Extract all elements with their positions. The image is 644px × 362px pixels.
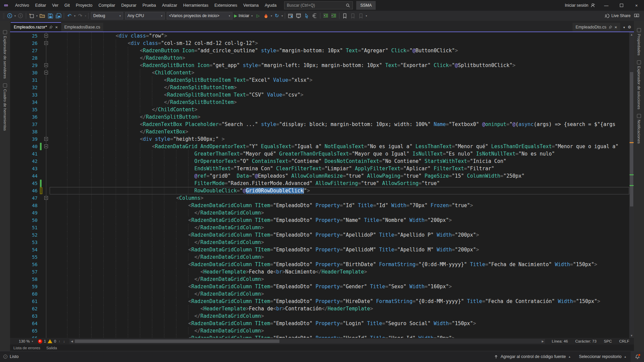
code-text[interactable]: </RadzenTextBox>	[50, 128, 629, 135]
solution-platform-dropdown[interactable]: Any CPU▾	[125, 12, 165, 19]
code-line-35[interactable]: 35 </ChildContent>	[10, 106, 629, 113]
code-line-54[interactable]: 54 <RadzenDataGridColumn TItem="Empleado…	[10, 246, 629, 253]
save-button[interactable]	[46, 12, 54, 20]
find-in-files-button[interactable]	[286, 12, 294, 20]
fold-collapse-icon[interactable]	[44, 71, 48, 74]
minimize-button[interactable]: —	[599, 0, 614, 11]
code-text[interactable]: <RadzenTextBox Placeholder="Search ..." …	[50, 121, 629, 128]
startup-project-dropdown[interactable]: <Varios proyectos de inicio>▾	[167, 12, 232, 19]
code-line-41[interactable]: 41 GreaterThanText="Mayor qué" GreaterTh…	[10, 150, 629, 158]
code-text[interactable]: <HeaderTemplate>Fecha de<br>Contratación…	[50, 305, 629, 312]
next-issue-icon[interactable]: ↓	[62, 340, 65, 343]
horizontal-scrollbar[interactable]: ◀ ▶	[69, 339, 545, 344]
code-text[interactable]: </RadzenDataGridColumn>	[50, 312, 629, 320]
side-tab-properties[interactable]: Propiedades	[637, 28, 641, 56]
code-text[interactable]: </RadzenDataGridColumn>	[50, 253, 629, 261]
document-health-indicator[interactable]: ✕ 1 0 ↑ ↓	[36, 339, 68, 344]
menu-analizar[interactable]: Analizar	[159, 0, 180, 11]
previous-issue-icon[interactable]: ↑	[58, 340, 61, 343]
code-line-58[interactable]: 58 </RadzenDataGridColumn>	[10, 276, 629, 283]
code-text[interactable]: <RadzenDataGridColumn TItem="EmpleadoDto…	[50, 231, 629, 239]
code-text[interactable]: </RadzenButton>	[50, 54, 629, 62]
code-text[interactable]: </RadzenDataGridColumn>	[50, 327, 629, 335]
tool-tab-output[interactable]: Salida	[46, 346, 57, 350]
code-line-55[interactable]: 55 </RadzenDataGridColumn>	[10, 253, 629, 261]
code-line-46[interactable]: 46 RowDoubleClick="@Grid0RowDoubleClick"…	[10, 187, 629, 194]
code-line-37[interactable]: 37 <RadzenTextBox Placeholder="Search ..…	[10, 121, 629, 128]
side-tab-notifications[interactable]: Notificaciones	[637, 114, 641, 144]
horizontal-scrollbar-thumb[interactable]	[75, 340, 279, 343]
code-line-39[interactable]: 39 <div style="height:500px;" >	[10, 135, 629, 143]
select-repository-button[interactable]: Seleccionar repositorio ▲	[575, 351, 631, 362]
hot-reload-caret-icon[interactable]: ▾	[270, 14, 273, 17]
code-line-64[interactable]: 64 <RadzenDataGridColumn TItem="Empleado…	[10, 320, 629, 327]
code-text[interactable]: <RadzenDataGridColumn TItem="EmpleadoDto…	[50, 202, 629, 209]
code-text[interactable]: </RadzenDataGridColumn>	[50, 239, 629, 246]
line-indicator[interactable]: Línea: 46	[552, 339, 568, 343]
restart-button[interactable]: ↻	[273, 12, 281, 20]
menu-editar[interactable]: Editar	[32, 0, 49, 11]
line-ending-indicator[interactable]: CRLF	[619, 339, 629, 343]
code-text[interactable]: <RadzenDataGridColumn TItem="EmpleadoDto…	[50, 320, 629, 327]
code-line-43[interactable]: 43 EndsWithText="Termina Con" ClearFilte…	[10, 165, 629, 172]
tab-empleadodto-cs[interactable]: EmpleadoDto.cs✕	[573, 23, 620, 32]
fold-collapse-icon[interactable]	[44, 144, 48, 148]
menu-proyecto[interactable]: Proyecto	[73, 0, 95, 11]
sign-in-button[interactable]: Iniciar sesión	[561, 0, 599, 11]
space-indicator[interactable]: SPC	[604, 339, 612, 343]
restore-button[interactable]	[614, 0, 629, 11]
code-text[interactable]: <RadzenButton Icon="add_circle_outline" …	[50, 47, 629, 54]
open-file-button[interactable]	[38, 12, 46, 20]
code-line-61[interactable]: 61 <RadzenDataGridColumn TItem="Empleado…	[10, 298, 629, 305]
tab-empleadosbase-cs[interactable]: EmpleadosBase.cs	[61, 23, 103, 32]
pin-icon[interactable]	[609, 25, 612, 29]
vertical-scrollbar-thumb[interactable]	[630, 72, 633, 206]
menu-ayuda[interactable]: Ayuda	[262, 0, 279, 11]
live-share-button[interactable]: Live Share	[604, 13, 631, 18]
menu-extensiones[interactable]: Extensiones	[211, 0, 240, 11]
navigate-cursor-button[interactable]	[303, 12, 311, 20]
code-line-29[interactable]: 29 <RadzenSplitButton Icon="get_app" sty…	[10, 62, 629, 69]
vertical-scrollbar[interactable]: ▲ ▼	[629, 32, 634, 338]
redo-button[interactable]: ↷	[76, 12, 84, 20]
code-text[interactable]: </RadzenDataGridColumn>	[50, 209, 629, 217]
toolbar-drag-handle[interactable]	[3, 13, 4, 19]
code-text[interactable]: RowDoubleClick="@Grid0RowDoubleClick">	[50, 187, 629, 194]
side-tab-server-explorer[interactable]: Explorador de servidores	[3, 30, 7, 79]
fold-collapse-icon[interactable]	[44, 63, 48, 67]
code-line-26[interactable]: 26 <div class="col-sm-12 col-md-12 col-l…	[10, 40, 629, 47]
undo-button[interactable]: ↶	[65, 12, 73, 20]
scroll-left-icon[interactable]: ◀	[69, 339, 74, 344]
code-text[interactable]: <RadzenDataGridColumn TItem="EmpleadoDto…	[50, 261, 629, 268]
menu-git[interactable]: Git	[61, 0, 73, 11]
code-text[interactable]: @ref="grid0" Data="@Empleados" AllowColu…	[50, 172, 629, 180]
code-text[interactable]: </RadzenDataGridColumn>	[50, 224, 629, 231]
indent-increase-button[interactable]	[330, 12, 338, 20]
side-tab-toolbox[interactable]: Cuadro de herramientas	[3, 83, 7, 131]
code-text[interactable]: <RadzenDataGridColumn TItem="EmpleadoDto…	[50, 298, 629, 305]
tab-empleados-razor[interactable]: Empleados.razor*✕	[11, 22, 61, 32]
hot-reload-button[interactable]	[262, 12, 270, 20]
fold-collapse-icon[interactable]	[44, 137, 48, 141]
code-line-60[interactable]: 60 </RadzenDataGridColumn>	[10, 290, 629, 298]
code-line-62[interactable]: 62 <HeaderTemplate>Fecha de<br>Contratac…	[10, 305, 629, 312]
code-line-40[interactable]: 40 <RadzenDataGrid AndOperatorText="Y" E…	[10, 143, 629, 150]
code-line-56[interactable]: 56 <RadzenDataGridColumn TItem="Empleado…	[10, 261, 629, 268]
code-text[interactable]: </RadzenSplitButtonItem>	[50, 99, 629, 106]
start-without-debugging-button[interactable]: ▷	[254, 12, 262, 20]
code-text[interactable]: </ChildContent>	[50, 106, 629, 113]
save-all-button[interactable]	[54, 12, 62, 20]
code-text[interactable]: <div style="height:500px;" >	[50, 135, 629, 143]
code-line-32[interactable]: 32 </RadzenSplitButtonItem>	[10, 84, 629, 91]
code-line-52[interactable]: 52 <RadzenDataGridColumn TItem="Empleado…	[10, 231, 629, 239]
code-line-34[interactable]: 34 </RadzenSplitButtonItem>	[10, 99, 629, 106]
code-text[interactable]: OrOperatorText="O" ContainsText="Contien…	[50, 158, 629, 165]
code-text[interactable]: <RadzenSplitButton Icon="get_app" style=…	[50, 62, 629, 69]
new-project-button[interactable]	[28, 12, 36, 20]
menu-ventana[interactable]: Ventana	[240, 0, 262, 11]
previous-bookmark-button[interactable]	[349, 12, 357, 20]
pin-icon[interactable]	[49, 25, 53, 29]
fold-collapse-icon[interactable]	[44, 196, 48, 200]
side-tab-solution-explorer[interactable]: Explorador de soluciones	[637, 60, 641, 109]
code-line-42[interactable]: 42 OrOperatorText="O" ContainsText="Cont…	[10, 158, 629, 165]
